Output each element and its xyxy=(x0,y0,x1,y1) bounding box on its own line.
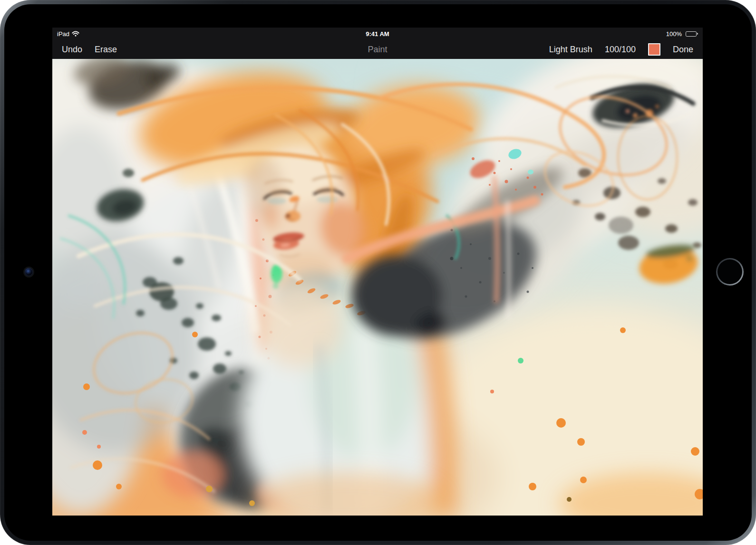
color-swatch-button[interactable] xyxy=(648,43,660,56)
undo-button[interactable]: Undo xyxy=(62,45,82,55)
painting-canvas[interactable] xyxy=(52,59,703,516)
toolbar: Undo Erase Paint Light Brush 100/100 Don… xyxy=(52,40,703,59)
wifi-icon xyxy=(72,31,79,37)
clock: 9:41 AM xyxy=(52,30,703,38)
ipad-device: iPad 9:41 AM 100% Undo xyxy=(0,0,756,545)
home-button[interactable] xyxy=(716,258,744,286)
front-camera xyxy=(25,268,33,276)
battery-icon xyxy=(686,31,698,37)
battery-percent: 100% xyxy=(666,30,682,38)
screen: iPad 9:41 AM 100% Undo xyxy=(52,28,703,516)
brush-size-button[interactable]: 100/100 xyxy=(605,45,636,55)
erase-button[interactable]: Erase xyxy=(95,45,117,55)
done-button[interactable]: Done xyxy=(673,45,693,55)
app-header: iPad 9:41 AM 100% Undo xyxy=(52,28,703,59)
carrier-label: iPad xyxy=(57,30,69,38)
status-bar: iPad 9:41 AM 100% xyxy=(52,28,703,40)
brush-picker-button[interactable]: Light Brush xyxy=(549,45,592,55)
